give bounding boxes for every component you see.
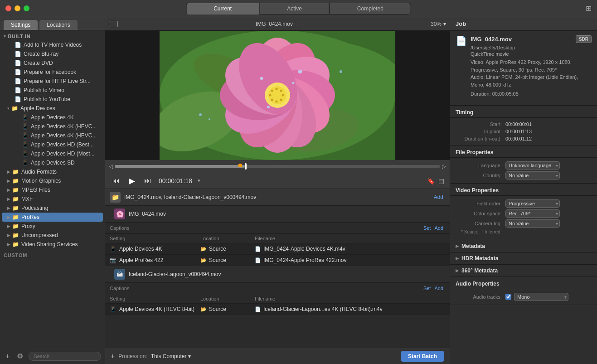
- svg-point-23: [271, 90, 273, 92]
- tab-active[interactable]: Active: [259, 3, 330, 15]
- this-computer-button[interactable]: This Computer ▾: [151, 353, 191, 359]
- sidebar-item-mxf[interactable]: ▶📁MXF: [2, 194, 103, 204]
- sidebar-item-blu-ray[interactable]: 📄Create Blu-ray: [2, 49, 103, 58]
- sidebar-item-vimeo[interactable]: 📄Publish to Vimeo: [2, 86, 103, 95]
- start-batch-button[interactable]: Start Batch: [401, 351, 444, 362]
- sidebar-item-prores[interactable]: ▶📁ProRes: [2, 213, 103, 222]
- sidebar-item-apple-devices[interactable]: ▾📁Apple Devices: [2, 104, 103, 113]
- skip-back-button[interactable]: ⏮: [111, 176, 121, 186]
- close-button[interactable]: [5, 5, 11, 11]
- tree-item-icon: 📄: [15, 96, 21, 102]
- file1-thumbnail: 🌸: [114, 209, 125, 219]
- sidebar-item-mpeg-files[interactable]: ▶📁MPEG Files: [2, 185, 103, 194]
- color-space-label: Color space:: [456, 211, 505, 216]
- col-location-header: Location: [200, 236, 255, 241]
- svg-point-27: [280, 99, 282, 101]
- center-panel: IMG_0424.mov 30% ▾: [105, 17, 450, 364]
- bookmark-icon[interactable]: 🔖: [427, 177, 435, 184]
- file2-header[interactable]: 🏔 Iceland-Glacier-Lagoon_v000494.mov: [105, 266, 450, 283]
- sidebar-item-apple-hd-best[interactable]: 📱Apple Devices HD (Best...: [2, 140, 103, 149]
- file1-set-button[interactable]: Set: [422, 224, 433, 232]
- svg-point-24: [276, 88, 278, 90]
- zoom-control[interactable]: 30% ▾: [431, 21, 446, 27]
- file1-captions-label: Captions: [110, 225, 422, 231]
- table-row[interactable]: 📱 Apple Devices 4K 📂 Source 📄 IMG_0424-A…: [105, 243, 450, 255]
- tree-item-icon: 📁: [12, 187, 19, 193]
- playback-options-icon[interactable]: ▤: [438, 177, 444, 184]
- sidebar-item-motion-graphics[interactable]: ▶📁Motion Graphics: [2, 176, 103, 185]
- country-select[interactable]: No Value: [505, 171, 560, 180]
- table-row[interactable]: 📱 Apple Devices 4K (HEVC 8-bit) 📂 Source…: [105, 304, 450, 315]
- timecode-dropdown[interactable]: ▾: [198, 178, 200, 184]
- field-order-select[interactable]: Progressive: [505, 199, 560, 208]
- col-filename-header: Filename: [255, 236, 445, 241]
- sidebar-item-facebook[interactable]: 📄Prepare for Facebook: [2, 68, 103, 77]
- sidebar-item-add-tv[interactable]: 📄Add to TV Home Videos: [2, 40, 103, 49]
- 360-metadata-section-header[interactable]: ▶ 360° Metadata: [450, 265, 597, 277]
- timecode-display: 00:00:01:18: [159, 177, 192, 184]
- color-space-select[interactable]: Rec. 709*: [505, 209, 560, 218]
- sidebar-item-apple-4k[interactable]: 📱Apple Devices 4K: [2, 113, 103, 122]
- tree-item-icon: 📄: [15, 60, 21, 66]
- sidebar-item-proxy[interactable]: ▶📁Proxy: [2, 222, 103, 231]
- main-layout: Settings Locations ▾ BUILT-IN 📄Add to TV…: [0, 17, 597, 364]
- tab-completed[interactable]: Completed: [330, 3, 411, 15]
- search-input[interactable]: [29, 352, 101, 361]
- sidebar-item-video-sharing[interactable]: ▶📁Video Sharing Services: [2, 240, 103, 249]
- tree-item-label: Create DVD: [24, 60, 53, 66]
- audio-tracks-control: Mono: [505, 293, 568, 301]
- sidebar-item-apple-hd-most[interactable]: 📱Apple Devices HD (Most...: [2, 149, 103, 158]
- file1-add-button[interactable]: Add: [432, 224, 445, 232]
- maximize-button[interactable]: [24, 5, 29, 11]
- setting-name: Apple ProRes 422: [119, 257, 163, 263]
- file-info-section: 📄 IMG_0424.mov SDR /Users/jeffy/Desktop …: [450, 31, 597, 106]
- file2-set-button[interactable]: Set: [422, 285, 433, 292]
- tree-item-label: Proxy: [21, 223, 35, 229]
- tree-item-icon: 📱: [22, 150, 29, 157]
- job-add-button[interactable]: Add: [432, 193, 445, 201]
- tree-item-label: Apple Devices 4K (HEVC...: [31, 123, 97, 130]
- sidebar-item-http-live[interactable]: 📄Prepare for HTTP Live Str...: [2, 77, 103, 86]
- audio-tracks-select[interactable]: Mono: [514, 293, 568, 301]
- svg-point-6: [199, 113, 202, 116]
- tree-item-label: Apple Devices 4K (HEVC...: [31, 132, 97, 139]
- minimize-button[interactable]: [15, 5, 20, 11]
- camera-log-select[interactable]: No Value: [505, 219, 560, 228]
- file-audio-desc: Audio: Linear PCM, 24-bit Integer (Littl…: [471, 73, 592, 88]
- file2-add-button[interactable]: Add: [432, 285, 445, 292]
- audio-tracks-checkbox[interactable]: [505, 294, 511, 300]
- job-header[interactable]: 📁 IMG_0424.mov, Iceland-Glacier-Lagoon_v…: [105, 189, 450, 206]
- hdr-metadata-section-header[interactable]: ▶ HDR Metadata: [450, 252, 597, 265]
- language-select[interactable]: Unknown language: [505, 161, 560, 170]
- layout-icon[interactable]: ⊞: [586, 4, 592, 13]
- right-panel: Job 📄 IMG_0424.mov SDR /Users/jeffy/Desk…: [450, 17, 597, 364]
- metadata-section-header[interactable]: ▶ Metadata: [450, 240, 597, 252]
- sidebar-item-uncompressed[interactable]: ▶📁Uncompressed: [2, 231, 103, 240]
- sidebar-item-apple-4k-hevc1[interactable]: 📱Apple Devices 4K (HEVC...: [2, 122, 103, 131]
- sidebar-tab-settings[interactable]: Settings: [4, 20, 38, 30]
- sidebar-item-audio-formats[interactable]: ▶📁Audio Formats: [2, 167, 103, 176]
- svg-point-28: [276, 101, 278, 103]
- sidebar-item-youtube[interactable]: 📄Publish to YouTube: [2, 95, 103, 104]
- table-row[interactable]: 📷 Apple ProRes 422 📂 Source 📄 IMG_0424-A…: [105, 255, 450, 266]
- add-preset-button[interactable]: +: [4, 351, 11, 361]
- sidebar-item-dvd[interactable]: 📄Create DVD: [2, 58, 103, 68]
- sidebar-item-apple-4k-hevc2[interactable]: 📱Apple Devices 4K (HEVC...: [2, 131, 103, 140]
- play-button[interactable]: ▶: [127, 175, 137, 187]
- aspect-ratio-icon[interactable]: [109, 21, 118, 27]
- sidebar-tab-locations[interactable]: Locations: [39, 20, 77, 30]
- add-job-button[interactable]: +: [111, 352, 115, 360]
- settings-gear-button[interactable]: ⚙: [15, 351, 25, 361]
- tree-item-label: Uncompressed: [21, 232, 58, 238]
- file1-header[interactable]: 🌸 IMG_0424.mov: [105, 206, 450, 223]
- tab-current[interactable]: Current: [186, 3, 259, 15]
- setting-name: Apple Devices 4K: [119, 246, 162, 252]
- skip-forward-button[interactable]: ⏭: [142, 176, 153, 186]
- sidebar-item-podcasting[interactable]: ▶📁Podcasting: [2, 204, 103, 213]
- audio-props-grid: Audio tracks: Mono: [450, 289, 597, 305]
- language-row: Language: Unknown language: [456, 160, 592, 170]
- timeline-bar[interactable]: ◁ ▷: [105, 160, 450, 173]
- timeline-track[interactable]: [115, 165, 440, 168]
- sidebar-item-apple-sd[interactable]: 📱Apple Devices SD: [2, 158, 103, 167]
- tree-item-label: Podcasting: [21, 205, 48, 211]
